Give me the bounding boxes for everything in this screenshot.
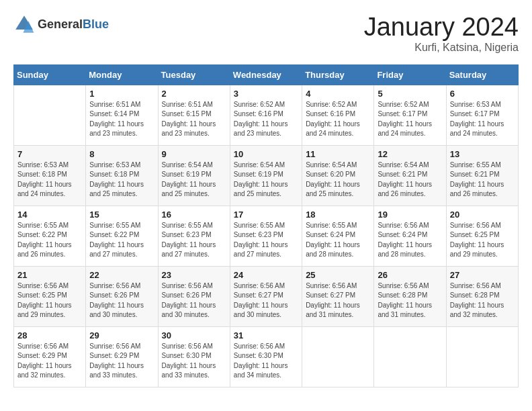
day-number: 21 [17,270,82,280]
calendar-cell: 2Sunrise: 6:51 AMSunset: 6:15 PMDaylight… [158,85,230,145]
day-info: Sunrise: 6:56 AMSunset: 6:24 PMDaylight:… [378,221,442,260]
day-number: 25 [306,270,370,280]
calendar-cell: 26Sunrise: 6:56 AMSunset: 6:28 PMDayligh… [374,266,446,326]
calendar-cell [374,326,446,387]
title-area: January 2024 Kurfi, Katsina, Nigeria [364,13,519,54]
day-number: 19 [378,210,442,220]
calendar-cell: 14Sunrise: 6:55 AMSunset: 6:22 PMDayligh… [14,205,86,266]
logo-general: General [38,17,83,31]
day-number: 6 [450,89,515,99]
day-number: 3 [234,89,298,99]
day-info: Sunrise: 6:56 AMSunset: 6:29 PMDaylight:… [17,342,82,381]
day-header-saturday: Saturday [446,64,518,85]
day-info: Sunrise: 6:56 AMSunset: 6:25 PMDaylight:… [450,221,515,260]
calendar-cell: 13Sunrise: 6:55 AMSunset: 6:21 PMDayligh… [446,145,518,205]
calendar-cell [14,85,86,145]
logo-blue: Blue [83,17,109,31]
calendar-cell: 8Sunrise: 6:53 AMSunset: 6:18 PMDaylight… [86,145,158,205]
calendar-cell: 28Sunrise: 6:56 AMSunset: 6:29 PMDayligh… [14,326,86,387]
calendar-cell: 21Sunrise: 6:56 AMSunset: 6:25 PMDayligh… [14,266,86,326]
day-info: Sunrise: 6:55 AMSunset: 6:22 PMDaylight:… [89,221,154,260]
calendar-cell: 12Sunrise: 6:54 AMSunset: 6:21 PMDayligh… [374,145,446,205]
calendar-cell: 30Sunrise: 6:56 AMSunset: 6:30 PMDayligh… [158,326,230,387]
day-info: Sunrise: 6:53 AMSunset: 6:18 PMDaylight:… [89,161,154,199]
day-number: 10 [234,149,298,159]
day-info: Sunrise: 6:54 AMSunset: 6:19 PMDaylight:… [162,161,226,199]
day-number: 8 [89,149,154,159]
day-info: Sunrise: 6:54 AMSunset: 6:21 PMDaylight:… [378,161,442,199]
day-number: 17 [234,210,298,220]
day-number: 23 [162,270,226,280]
day-number: 30 [162,330,226,340]
day-info: Sunrise: 6:55 AMSunset: 6:24 PMDaylight:… [306,221,370,260]
day-header-tuesday: Tuesday [158,64,230,85]
day-number: 13 [450,149,515,159]
day-info: Sunrise: 6:54 AMSunset: 6:19 PMDaylight:… [234,161,298,199]
day-info: Sunrise: 6:51 AMSunset: 6:15 PMDaylight:… [162,100,226,139]
day-number: 20 [450,210,515,220]
logo: GeneralBlue [13,13,109,35]
day-info: Sunrise: 6:55 AMSunset: 6:23 PMDaylight:… [162,221,226,260]
calendar-cell: 1Sunrise: 6:51 AMSunset: 6:14 PMDaylight… [86,85,158,145]
day-number: 22 [89,270,154,280]
calendar-cell: 15Sunrise: 6:55 AMSunset: 6:22 PMDayligh… [86,205,158,266]
logo-icon [13,13,35,35]
calendar-cell: 19Sunrise: 6:56 AMSunset: 6:24 PMDayligh… [374,205,446,266]
calendar-cell: 31Sunrise: 6:56 AMSunset: 6:30 PMDayligh… [230,326,302,387]
day-info: Sunrise: 6:56 AMSunset: 6:25 PMDaylight:… [17,281,82,320]
calendar-cell: 24Sunrise: 6:56 AMSunset: 6:27 PMDayligh… [230,266,302,326]
day-number: 1 [89,89,154,99]
day-number: 11 [306,149,370,159]
day-header-friday: Friday [374,64,446,85]
calendar-cell: 22Sunrise: 6:56 AMSunset: 6:26 PMDayligh… [86,266,158,326]
day-number: 31 [234,330,298,340]
day-number: 15 [89,210,154,220]
day-number: 4 [306,89,370,99]
day-info: Sunrise: 6:56 AMSunset: 6:26 PMDaylight:… [162,281,226,320]
calendar-cell: 5Sunrise: 6:52 AMSunset: 6:17 PMDaylight… [374,85,446,145]
day-number: 12 [378,149,442,159]
day-number: 28 [17,330,82,340]
day-number: 7 [17,149,82,159]
calendar-cell: 7Sunrise: 6:53 AMSunset: 6:18 PMDaylight… [14,145,86,205]
calendar-cell: 18Sunrise: 6:55 AMSunset: 6:24 PMDayligh… [302,205,374,266]
calendar-cell: 4Sunrise: 6:52 AMSunset: 6:16 PMDaylight… [302,85,374,145]
calendar-cell: 6Sunrise: 6:53 AMSunset: 6:17 PMDaylight… [446,85,518,145]
day-info: Sunrise: 6:55 AMSunset: 6:21 PMDaylight:… [450,161,515,199]
location-title: Kurfi, Katsina, Nigeria [364,42,519,54]
day-number: 29 [89,330,154,340]
day-number: 14 [17,210,82,220]
day-info: Sunrise: 6:51 AMSunset: 6:14 PMDaylight:… [89,100,154,139]
day-info: Sunrise: 6:55 AMSunset: 6:23 PMDaylight:… [234,221,298,260]
calendar-cell: 9Sunrise: 6:54 AMSunset: 6:19 PMDaylight… [158,145,230,205]
day-info: Sunrise: 6:56 AMSunset: 6:26 PMDaylight:… [89,281,154,320]
day-info: Sunrise: 6:52 AMSunset: 6:16 PMDaylight:… [306,100,370,139]
calendar-cell: 25Sunrise: 6:56 AMSunset: 6:27 PMDayligh… [302,266,374,326]
calendar-cell: 17Sunrise: 6:55 AMSunset: 6:23 PMDayligh… [230,205,302,266]
calendar-cell: 23Sunrise: 6:56 AMSunset: 6:26 PMDayligh… [158,266,230,326]
day-info: Sunrise: 6:56 AMSunset: 6:29 PMDaylight:… [89,342,154,381]
day-header-sunday: Sunday [14,64,86,85]
day-info: Sunrise: 6:56 AMSunset: 6:27 PMDaylight:… [306,281,370,320]
calendar-cell: 20Sunrise: 6:56 AMSunset: 6:25 PMDayligh… [446,205,518,266]
day-number: 26 [378,270,442,280]
day-number: 5 [378,89,442,99]
day-number: 2 [162,89,226,99]
calendar-cell: 3Sunrise: 6:52 AMSunset: 6:16 PMDaylight… [230,85,302,145]
month-title: January 2024 [364,13,519,42]
day-info: Sunrise: 6:52 AMSunset: 6:17 PMDaylight:… [378,100,442,139]
day-number: 24 [234,270,298,280]
calendar-cell: 29Sunrise: 6:56 AMSunset: 6:29 PMDayligh… [86,326,158,387]
header: GeneralBlue January 2024 Kurfi, Katsina,… [13,13,519,54]
day-info: Sunrise: 6:55 AMSunset: 6:22 PMDaylight:… [17,221,82,260]
day-number: 9 [162,149,226,159]
day-header-monday: Monday [86,64,158,85]
day-info: Sunrise: 6:54 AMSunset: 6:20 PMDaylight:… [306,161,370,199]
day-info: Sunrise: 6:56 AMSunset: 6:30 PMDaylight:… [234,342,298,381]
calendar-cell: 11Sunrise: 6:54 AMSunset: 6:20 PMDayligh… [302,145,374,205]
calendar-cell [446,326,518,387]
day-number: 18 [306,210,370,220]
calendar-cell [302,326,374,387]
day-info: Sunrise: 6:56 AMSunset: 6:28 PMDaylight:… [450,281,515,320]
day-info: Sunrise: 6:56 AMSunset: 6:30 PMDaylight:… [162,342,226,381]
